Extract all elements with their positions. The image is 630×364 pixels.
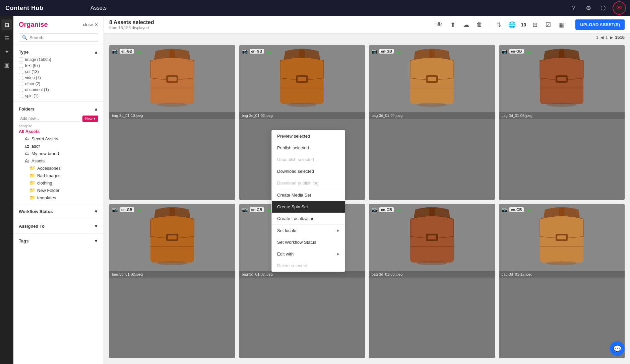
globe-icon-btn[interactable]: 🌐 [507, 19, 517, 30]
page-num-input[interactable]: 1 [606, 35, 608, 40]
folder-icon: 📁 [29, 188, 35, 193]
delete-icon-btn[interactable]: 🗑 [474, 19, 485, 30]
grid-view-icon-btn[interactable]: ⊞ [529, 19, 540, 30]
search-input[interactable] [29, 35, 95, 40]
camera-icon: 📷 [112, 49, 118, 54]
status-icon: ☁ [266, 207, 271, 213]
folder-icon: 🗂 [25, 158, 29, 163]
toolbar-right: 👁 ⬆ ☁ 🗑 ⇅ 🌐 10 ⊞ ☑ ▦ UPLOAD ASSET(S) [434, 19, 625, 30]
asset-name: bag-3d_01-04.jpeg [369, 112, 495, 119]
type-checkbox[interactable] [19, 94, 23, 98]
context-menu-item[interactable]: Create Localization [272, 213, 345, 224]
folder-item[interactable]: 📁Accessories [19, 164, 98, 172]
options-icon-btn[interactable]: ▦ [556, 19, 567, 30]
type-filter-item[interactable]: image (15065) [19, 57, 98, 63]
close-button[interactable]: close ✕ [83, 22, 98, 27]
workflow-header[interactable]: Workflow Status ▼ [19, 207, 98, 216]
tags-header[interactable]: Tags ▼ [19, 236, 98, 245]
leftnav-tools-icon[interactable]: ✦ [1, 46, 12, 57]
type-filter-item[interactable]: text (67) [19, 63, 98, 69]
asset-card[interactable]: 📷 en-GB ☁ bag-3d_01 [499, 204, 625, 359]
asset-card[interactable]: 📷 en-GB ☁ bag-3d_01 [369, 204, 495, 359]
topnav: Content Hub Assets ? ⚙ ⬡ 👁 [0, 0, 630, 16]
asset-card-header: 📷 en-GB ☁ [242, 48, 363, 54]
folder-icon: 📁 [29, 180, 35, 186]
folder-item[interactable]: 📁clothing [19, 179, 98, 187]
next-page-btn[interactable]: ▶ [610, 35, 613, 40]
type-checkbox[interactable] [19, 82, 23, 86]
toolbar: 8 Assets selected from 15,156 displayed … [104, 16, 630, 33]
export-icon[interactable]: ⬡ [598, 3, 609, 13]
type-filter-header[interactable]: Type ▲ [19, 48, 98, 57]
folder-item[interactable]: 🗂Secret Assets [19, 135, 98, 142]
asset-image-area [109, 204, 235, 271]
asset-card[interactable]: 📷 en-GB ☁ bag-3d_01 [109, 204, 235, 359]
type-filter-item[interactable]: other (2) [19, 81, 98, 87]
asset-name: bag-3d_01-12.jpeg [499, 271, 625, 278]
new-folder-button[interactable]: New ▾ [82, 116, 98, 122]
context-menu-item[interactable]: Create Spin Set [272, 201, 345, 213]
asset-grid: 📷 en-GB ☁ bag-3d_01 [104, 41, 630, 362]
leftnav-filter-icon[interactable]: ☰ [1, 33, 12, 44]
type-checkbox[interactable] [19, 88, 23, 92]
svg-rect-39 [428, 235, 436, 239]
type-filter-item[interactable]: document (1) [19, 87, 98, 93]
settings-icon[interactable]: ⚙ [583, 3, 594, 13]
folder-item[interactable]: 🗂asdf [19, 142, 98, 150]
all-assets-folder[interactable]: All Assets [19, 128, 98, 135]
asset-card[interactable]: 📷 en-GB ☁ bag-3d_01 [109, 45, 235, 200]
preview-icon-btn[interactable]: 👁 [434, 19, 445, 30]
asset-image-area [369, 204, 495, 271]
folders-header[interactable]: Folders ▲ [19, 104, 98, 114]
check-icon-btn[interactable]: ☑ [543, 19, 554, 30]
context-menu-item[interactable]: Edit with▶ [272, 248, 345, 260]
context-menu-item[interactable]: Set locale▶ [272, 225, 345, 236]
type-checkbox[interactable] [19, 70, 23, 74]
asset-name: bag-3d_01-03.jpeg [369, 271, 495, 278]
camera-icon: 📷 [502, 207, 507, 212]
assigned-header[interactable]: Assigned To ▼ [19, 222, 98, 231]
cloud-icon-btn[interactable]: ☁ [461, 19, 471, 30]
type-filter-item[interactable]: spin (1) [19, 93, 98, 99]
status-icon: ☁ [396, 48, 401, 54]
svg-point-29 [157, 261, 187, 265]
context-menu-item[interactable]: Set Workflow Status [272, 236, 345, 248]
context-menu-item[interactable]: Create Media Set [272, 189, 345, 201]
chat-icon-btn[interactable]: 💬 [610, 341, 625, 356]
folders-collapse-icon: ▲ [94, 106, 98, 112]
folder-item[interactable]: 🗂My new brand [19, 150, 98, 157]
context-menu-item[interactable]: Download selected [272, 165, 345, 177]
svg-rect-21 [557, 77, 566, 81]
folder-items-list: 🗂Secret Assets🗂asdf🗂My new brand🗂Assets📁… [19, 135, 98, 201]
type-checkbox[interactable] [19, 64, 23, 68]
type-filter-item[interactable]: video (7) [19, 75, 98, 81]
asset-name: bag-3d_01-05.jpeg [499, 112, 625, 119]
folder-item[interactable]: 🗂Assets [19, 157, 98, 164]
asset-card[interactable]: 📷 en-GB ☁ bag-3d_01 [499, 45, 625, 200]
sort-icon-btn[interactable]: ⇅ [493, 19, 504, 30]
organise-panel: Organise close ✕ 🔍 Type ▲ image (15065)t… [13, 16, 104, 364]
camera-icon: 📷 [372, 49, 377, 54]
type-checkbox[interactable] [19, 76, 23, 80]
upload-icon-btn[interactable]: ⬆ [447, 19, 458, 30]
type-filter-item[interactable]: set (13) [19, 69, 98, 75]
context-menu-item[interactable]: Publish selected [272, 142, 345, 154]
asset-card[interactable]: 📷 en-GB ☁ bag-3d_01 [369, 45, 495, 200]
workflow-section: Workflow Status ▼ [13, 204, 104, 219]
folder-item[interactable]: 📁New Folder [19, 187, 98, 194]
help-icon[interactable]: ? [568, 3, 579, 13]
user-avatar[interactable]: 👁 [613, 1, 626, 15]
folder-icon: 📁 [29, 165, 35, 171]
leftnav-box-icon[interactable]: ▣ [1, 60, 12, 70]
leftnav-grid-icon[interactable]: ⊞ [1, 19, 12, 30]
type-checkbox[interactable] [19, 58, 23, 62]
prev-page-btn[interactable]: ◀ [601, 35, 604, 40]
context-menu: Preview selectedPublish selectedUnpublis… [271, 130, 345, 272]
folder-item[interactable]: 📁templates [19, 194, 98, 201]
context-menu-item[interactable]: Preview selected [272, 130, 345, 142]
asset-image-area [499, 45, 625, 112]
collapse-link[interactable]: collapse [19, 124, 98, 128]
folder-item[interactable]: 📁Bad Images [19, 172, 98, 179]
upload-assets-button[interactable]: UPLOAD ASSET(S) [575, 19, 625, 30]
folder-add-input[interactable] [19, 116, 80, 122]
